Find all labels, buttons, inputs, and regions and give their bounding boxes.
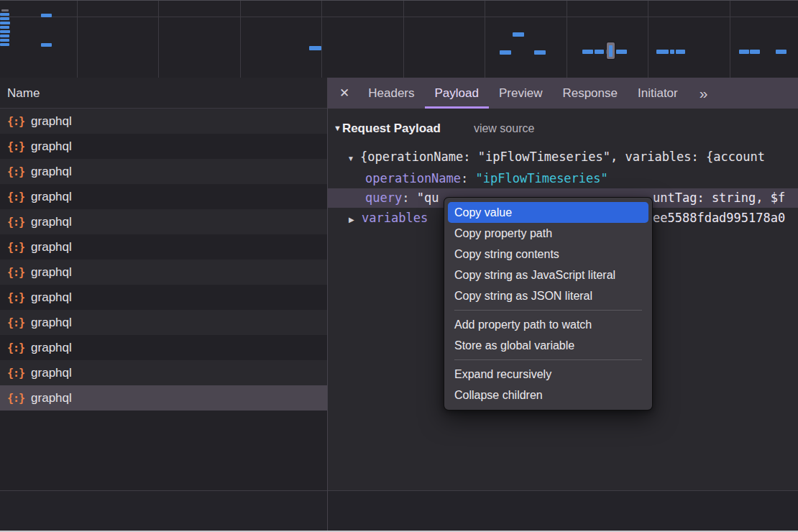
request-list: {:}graphql{:}graphql{:}graphql{:}graphql… bbox=[0, 109, 327, 411]
request-timing-bar bbox=[0, 39, 9, 42]
request-timing-bar bbox=[582, 50, 593, 54]
request-timing-bar bbox=[0, 35, 9, 37]
timeline-gridline bbox=[321, 1, 322, 78]
request-row[interactable]: {:}graphql bbox=[0, 335, 327, 360]
section-collapse-triangle-icon[interactable]: ▼ bbox=[334, 124, 341, 132]
tab-headers[interactable]: Headers bbox=[358, 78, 424, 109]
property-value-partial: "qu bbox=[417, 191, 439, 205]
property-key: variables bbox=[362, 211, 428, 225]
property-key: operationName bbox=[365, 171, 461, 185]
json-braces-icon: {:} bbox=[7, 241, 24, 254]
json-braces-icon: {:} bbox=[7, 165, 24, 178]
query-value-fragment: untTag: string, $f bbox=[653, 188, 785, 208]
tab-initiator[interactable]: Initiator bbox=[628, 78, 688, 109]
request-name-label: graphql bbox=[31, 190, 72, 204]
property-key: query bbox=[365, 191, 402, 205]
request-row[interactable]: {:}graphql bbox=[0, 209, 327, 234]
more-tabs-icon[interactable]: » bbox=[700, 85, 708, 102]
request-timing-bar bbox=[776, 50, 786, 54]
request-name-label: graphql bbox=[31, 215, 72, 229]
request-name-label: graphql bbox=[31, 290, 72, 305]
request-timing-bar bbox=[534, 50, 546, 55]
request-row[interactable]: {:}graphql bbox=[0, 310, 327, 335]
collapsed-triangle-icon[interactable]: ▶ bbox=[349, 210, 362, 229]
timeline-gridline bbox=[403, 1, 404, 78]
devtools-network-panel: Name {:}graphql{:}graphql{:}graphql{:}gr… bbox=[0, 0, 798, 532]
request-name-label: graphql bbox=[31, 165, 72, 179]
request-timing-bar bbox=[595, 50, 604, 54]
network-overview-timeline[interactable] bbox=[0, 1, 798, 78]
request-name-label: graphql bbox=[31, 265, 72, 280]
request-row[interactable]: {:}graphql bbox=[0, 360, 327, 385]
request-timing-bar bbox=[0, 30, 10, 33]
menu-item-copy-value[interactable]: Copy value bbox=[448, 202, 648, 223]
request-row[interactable]: {:}graphql bbox=[0, 134, 327, 159]
request-payload-title: Request Payload bbox=[342, 121, 441, 135]
menu-item-copy-string-as-javascript-literal[interactable]: Copy string as JavaScript literal bbox=[448, 265, 648, 285]
payload-root-row[interactable]: ▼{operationName: "ipFlowTimeseries", var… bbox=[328, 147, 798, 167]
json-braces-icon: {:} bbox=[7, 266, 24, 279]
json-braces-icon: {:} bbox=[7, 316, 24, 329]
request-timing-bar bbox=[670, 50, 674, 54]
timeline-gridline bbox=[77, 1, 78, 78]
menu-item-collapse-children[interactable]: Collapse children bbox=[448, 385, 648, 405]
request-timing-bar bbox=[513, 32, 524, 37]
menu-item-add-property-path-to-watch[interactable]: Add property path to watch bbox=[448, 314, 648, 335]
tab-strip: HeadersPayloadPreviewResponseInitiator bbox=[358, 78, 687, 109]
request-list-panel: Name {:}graphql{:}graphql{:}graphql{:}gr… bbox=[0, 78, 327, 490]
request-timing-bar bbox=[616, 50, 627, 54]
timeline-gridline bbox=[567, 1, 567, 78]
request-name-label: graphql bbox=[31, 341, 72, 355]
json-braces-icon: {:} bbox=[7, 341, 24, 354]
json-braces-icon: {:} bbox=[7, 191, 24, 203]
timeline-gridline-horizontal bbox=[0, 17, 798, 17]
request-timing-bar bbox=[739, 50, 749, 54]
name-column-header[interactable]: Name bbox=[0, 78, 327, 109]
colon: : bbox=[402, 191, 416, 205]
tab-payload[interactable]: Payload bbox=[425, 78, 489, 109]
menu-item-store-as-global-variable[interactable]: Store as global variable bbox=[448, 335, 648, 356]
payload-root-preview: {operationName: "ipFlowTimeseries", vari… bbox=[360, 150, 765, 164]
json-braces-icon: {:} bbox=[7, 367, 24, 380]
view-source-link[interactable]: view source bbox=[474, 122, 534, 134]
menu-item-expand-recursively[interactable]: Expand recursively bbox=[448, 364, 648, 385]
network-summary-footer bbox=[0, 490, 798, 531]
tab-preview[interactable]: Preview bbox=[489, 78, 552, 109]
request-row[interactable]: {:}graphql bbox=[0, 109, 327, 134]
expand-triangle-icon[interactable]: ▼ bbox=[347, 149, 360, 168]
request-payload-section-header: ▼Request Payloadview source bbox=[334, 118, 534, 138]
request-timing-bar bbox=[309, 46, 321, 50]
menu-item-copy-string-contents[interactable]: Copy string contents bbox=[448, 244, 648, 265]
close-icon[interactable]: ✕ bbox=[339, 86, 349, 101]
request-row[interactable]: {:}graphql bbox=[0, 234, 327, 260]
request-timing-bar bbox=[0, 13, 9, 16]
request-name-label: graphql bbox=[31, 139, 72, 154]
request-name-label: graphql bbox=[31, 114, 72, 129]
request-timing-bar bbox=[41, 14, 52, 17]
timeline-gridline bbox=[240, 1, 241, 78]
request-timing-bar bbox=[0, 26, 9, 29]
menu-item-copy-string-as-json-literal[interactable]: Copy string as JSON literal bbox=[448, 285, 648, 306]
operation-name-row[interactable]: operationName: "ipFlowTimeseries" bbox=[328, 169, 798, 188]
context-menu: Copy valueCopy property pathCopy string … bbox=[444, 197, 653, 411]
menu-separator bbox=[454, 359, 642, 360]
request-timing-bar bbox=[676, 50, 685, 54]
request-name-label: graphql bbox=[31, 316, 72, 330]
menu-separator bbox=[454, 310, 642, 311]
request-timing-bar bbox=[656, 50, 669, 54]
request-row[interactable]: {:}graphql bbox=[0, 159, 327, 184]
tab-response[interactable]: Response bbox=[552, 78, 628, 109]
request-name-label: graphql bbox=[31, 366, 72, 380]
request-timing-bar bbox=[500, 50, 511, 55]
request-timing-bar bbox=[41, 43, 52, 47]
request-row[interactable]: {:}graphql bbox=[0, 184, 327, 209]
request-row[interactable]: {:}graphql bbox=[0, 260, 327, 285]
request-row[interactable]: {:}graphql bbox=[0, 285, 327, 310]
json-braces-icon: {:} bbox=[7, 291, 24, 304]
json-braces-icon: {:} bbox=[7, 392, 24, 405]
timeline-gridline bbox=[730, 1, 730, 78]
menu-item-copy-property-path[interactable]: Copy property path bbox=[448, 223, 648, 244]
panel-divider[interactable] bbox=[327, 78, 328, 531]
timeline-gridline bbox=[485, 1, 485, 78]
request-row[interactable]: {:}graphql bbox=[0, 385, 327, 411]
